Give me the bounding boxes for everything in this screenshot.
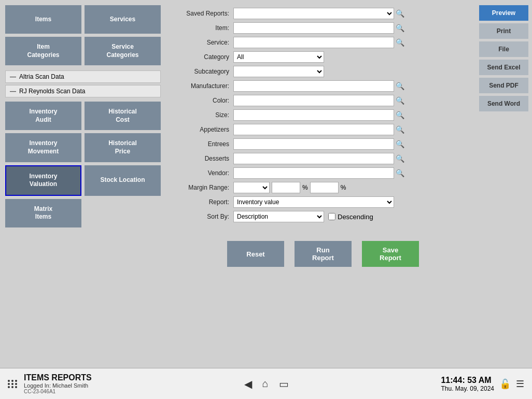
entrees-search-button[interactable]: 🔍	[394, 140, 406, 148]
sort-by-row: Sort By: Description Item Number Categor…	[176, 211, 470, 222]
form-area: Saved Reports: 🔍 Item: 🔍 Service: 🔍 Cate…	[166, 0, 475, 368]
saved-reports-select[interactable]	[233, 8, 394, 19]
appetizers-input[interactable]	[233, 124, 394, 135]
sidebar-item-item-categories[interactable]: ItemCategories	[5, 37, 81, 65]
file-button[interactable]: File	[479, 41, 528, 57]
time-date-block: 11:44: 53 AM Thu. May. 09, 2024	[441, 376, 494, 392]
sidebar-item-inventory-movement[interactable]: InventoryMovement	[5, 133, 81, 162]
sort-by-select[interactable]: Description Item Number Category	[233, 211, 324, 222]
home-button[interactable]: ⌂	[262, 378, 269, 390]
sidebar: Items Services ItemCategories ServiceCat…	[0, 0, 166, 368]
reset-button[interactable]: Reset	[227, 241, 284, 267]
descending-label: Descending	[338, 213, 373, 221]
margin-pct2: %	[341, 184, 346, 191]
color-search-button[interactable]: 🔍	[394, 96, 406, 105]
item-label: Item:	[176, 24, 233, 32]
margin-pct1: %	[302, 184, 308, 191]
category-label: Category	[176, 53, 233, 61]
size-search-button[interactable]: 🔍	[394, 111, 406, 119]
sidebar-item-historical-price[interactable]: HistoricalPrice	[85, 133, 161, 162]
item-input[interactable]	[233, 22, 394, 34]
descending-checkbox[interactable]	[328, 213, 335, 220]
bottom-bar: ITEMS REPORTS Logged In: Michael Smith C…	[0, 368, 532, 399]
preview-button[interactable]: Preview	[479, 5, 528, 21]
scan-data-section: — Altria Scan Data — RJ Reynolds Scan Da…	[5, 70, 161, 97]
save-report-button[interactable]: SaveReport	[362, 241, 419, 267]
margin-from-input[interactable]	[272, 182, 300, 193]
entrees-input[interactable]	[233, 138, 394, 150]
hamburger-menu-icon[interactable]: ☰	[516, 378, 524, 390]
logged-in-info: Logged In: Michael Smith	[24, 382, 92, 389]
user-name: Michael Smith	[52, 382, 88, 389]
appetizers-label: Appetizers	[176, 126, 233, 133]
bottom-right-info: 11:44: 53 AM Thu. May. 09, 2024 🔓 ☰	[441, 376, 524, 392]
margin-to-input[interactable]	[310, 182, 339, 193]
descending-wrapper: Descending	[328, 213, 373, 221]
sidebar-item-inventory-audit[interactable]: InventoryAudit	[5, 102, 81, 130]
service-input[interactable]	[233, 37, 394, 48]
manufacturer-input[interactable]	[233, 80, 394, 92]
margin-range-select[interactable]	[233, 182, 270, 193]
app-title: ITEMS REPORTS	[24, 373, 92, 382]
size-input[interactable]	[233, 109, 394, 121]
sidebar-item-items[interactable]: Items	[5, 5, 81, 34]
sidebar-item-matrix-items[interactable]: MatrixItems	[5, 199, 81, 227]
color-input[interactable]	[233, 95, 394, 106]
scan-dash-2: —	[10, 88, 16, 95]
report-select[interactable]: Inventory value Option 2	[233, 196, 394, 208]
sidebar-item-inventory-valuation[interactable]: InventoryValuation	[5, 165, 81, 196]
saved-reports-search-button[interactable]: 🔍	[394, 9, 406, 18]
content-area: Items Services ItemCategories ServiceCat…	[0, 0, 532, 368]
send-pdf-button[interactable]: Send PDF	[479, 78, 528, 93]
item-search-button[interactable]: 🔍	[394, 24, 406, 32]
sidebar-item-service-categories[interactable]: ServiceCategories	[85, 37, 161, 65]
subcategory-row: Subcategory	[176, 66, 470, 77]
sidebar-item-stock-location[interactable]: Stock Location	[85, 165, 161, 196]
scan-label-altria: Altria Scan Data	[19, 73, 64, 80]
run-report-button[interactable]: RunReport	[295, 241, 352, 267]
back-button[interactable]: ◀	[244, 378, 252, 390]
saved-reports-label: Saved Reports:	[176, 10, 233, 17]
scan-data-altria: — Altria Scan Data	[5, 70, 161, 83]
scan-dash-1: —	[10, 73, 16, 80]
saved-reports-row: Saved Reports: 🔍	[176, 8, 470, 19]
form-actions: Reset RunReport SaveReport	[176, 241, 470, 267]
category-select[interactable]: All Category 1	[233, 51, 324, 63]
color-row: Color: 🔍	[176, 95, 470, 106]
manufacturer-row: Manufacturer: 🔍	[176, 80, 470, 92]
register-button[interactable]: ▭	[279, 378, 289, 390]
appetizers-row: Appetizers 🔍	[176, 124, 470, 135]
sidebar-item-services[interactable]: Services	[85, 5, 161, 34]
vendor-search-button[interactable]: 🔍	[394, 169, 406, 177]
category-row: Category All Category 1	[176, 51, 470, 63]
send-excel-button[interactable]: Send Excel	[479, 60, 528, 75]
subcategory-label: Subcategory	[176, 68, 233, 75]
subcategory-select[interactable]	[233, 66, 324, 77]
report-row: Report: Inventory value Option 2	[176, 196, 470, 208]
desserts-label: Desserts	[176, 155, 233, 162]
entrees-row: Entrees 🔍	[176, 138, 470, 150]
bottom-nav: ◀ ⌂ ▭	[244, 378, 289, 390]
margin-range-row: Margin Range: % %	[176, 182, 470, 193]
manufacturer-search-button[interactable]: 🔍	[394, 82, 406, 90]
size-row: Size: 🔍	[176, 109, 470, 121]
print-button[interactable]: Print	[479, 23, 528, 39]
sidebar-item-historical-cost[interactable]: HistoricalCost	[85, 102, 161, 130]
system-code: CC-23-046A1	[24, 389, 92, 394]
service-search-button[interactable]: 🔍	[394, 38, 406, 47]
desserts-input[interactable]	[233, 153, 394, 164]
app-menu-dots[interactable]	[8, 380, 18, 388]
vendor-input[interactable]	[233, 167, 394, 179]
desserts-search-button[interactable]: 🔍	[394, 154, 406, 163]
sort-by-controls: Description Item Number Category Descend…	[233, 211, 373, 222]
date-display: Thu. May. 09, 2024	[441, 385, 494, 392]
sort-by-label: Sort By:	[176, 213, 233, 220]
lock-icon[interactable]: 🔓	[499, 378, 511, 390]
scan-data-rj: — RJ Reynolds Scan Data	[5, 85, 161, 97]
margin-range-label: Margin Range:	[176, 184, 233, 191]
service-row: Service: 🔍	[176, 37, 470, 48]
right-panel: Preview Print File Send Excel Send PDF S…	[475, 0, 532, 368]
appetizers-search-button[interactable]: 🔍	[394, 125, 406, 134]
send-word-button[interactable]: Send Word	[479, 96, 528, 111]
logged-in-label: Logged In:	[24, 382, 51, 389]
